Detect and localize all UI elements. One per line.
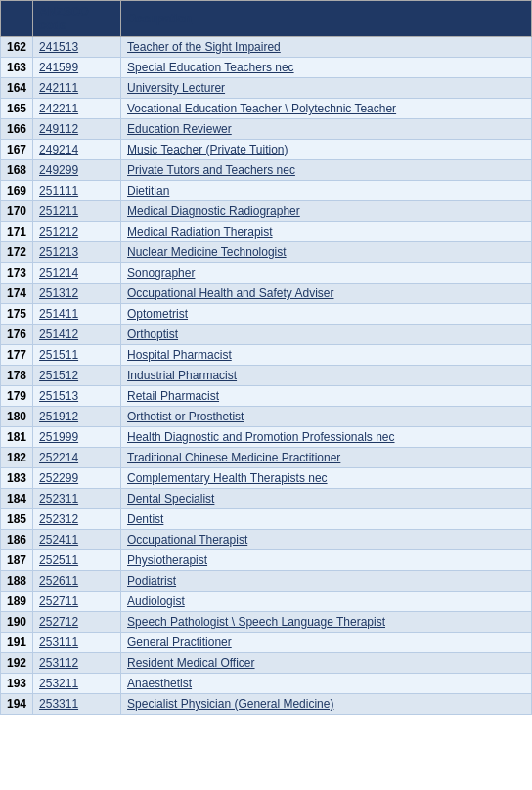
anzsco-code[interactable]: 252711	[33, 592, 121, 612]
row-number: 163	[1, 58, 33, 78]
anzsco-code[interactable]: 253211	[33, 674, 121, 694]
row-number: 170	[1, 201, 33, 222]
table-row: 185252312Dentist	[1, 509, 532, 530]
anzsco-code[interactable]: 242111	[33, 78, 121, 99]
occupation-name[interactable]: Complementary Health Therapists nec	[121, 468, 532, 489]
anzsco-code[interactable]: 253111	[33, 633, 121, 653]
row-number: 191	[1, 633, 33, 653]
occupation-name[interactable]: Dental Specialist	[121, 489, 532, 509]
occupation-name[interactable]: Occupational Health and Safety Adviser	[121, 284, 532, 304]
anzsco-code[interactable]: 252214	[33, 448, 121, 468]
occupation-name[interactable]: Medical Radiation Therapist	[121, 222, 532, 242]
occupation-name[interactable]: Resident Medical Officer	[121, 653, 532, 674]
anzsco-code[interactable]: 252511	[33, 550, 121, 571]
occupation-name[interactable]: Health Diagnostic and Promotion Professi…	[121, 427, 532, 448]
occupation-name[interactable]: Optometrist	[121, 304, 532, 325]
table-row: 179251513Retail Pharmacist	[1, 386, 532, 407]
anzsco-code[interactable]: 251111	[33, 181, 121, 201]
table-row: 172251213Nuclear Medicine Technologist	[1, 242, 532, 263]
occupation-name[interactable]: Orthotist or Prosthetist	[121, 407, 532, 427]
header-anzsco[interactable]: ANZSCO code	[33, 1, 121, 37]
table-row: 193253211Anaesthetist	[1, 674, 532, 694]
row-number: 171	[1, 222, 33, 242]
anzsco-code[interactable]: 251213	[33, 242, 121, 263]
row-number: 190	[1, 612, 33, 633]
row-number: 192	[1, 653, 33, 674]
anzsco-code[interactable]: 253311	[33, 694, 121, 715]
occupation-name[interactable]: Traditional Chinese Medicine Practitione…	[121, 448, 532, 468]
occupation-name[interactable]: Medical Diagnostic Radiographer	[121, 201, 532, 222]
row-number: 194	[1, 694, 33, 715]
occupation-name[interactable]: Education Reviewer	[121, 119, 532, 140]
anzsco-code[interactable]: 241513	[33, 37, 121, 58]
anzsco-code[interactable]: 251412	[33, 325, 121, 345]
row-number: 169	[1, 181, 33, 201]
table-row: 184252311Dental Specialist	[1, 489, 532, 509]
occupation-name[interactable]: Dentist	[121, 509, 532, 530]
anzsco-code[interactable]: 252712	[33, 612, 121, 633]
occupation-name[interactable]: Teacher of the Sight Impaired	[121, 37, 532, 58]
row-number: 162	[1, 37, 33, 58]
occupation-name[interactable]: Nuclear Medicine Technologist	[121, 242, 532, 263]
row-number: 189	[1, 592, 33, 612]
row-number: 187	[1, 550, 33, 571]
table-row: 191253111General Practitioner	[1, 633, 532, 653]
row-number: 165	[1, 99, 33, 119]
header-occupation[interactable]: Occupation	[121, 1, 532, 37]
anzsco-code[interactable]: 251214	[33, 263, 121, 284]
anzsco-code[interactable]: 252299	[33, 468, 121, 489]
row-number: 164	[1, 78, 33, 99]
anzsco-code[interactable]: 252411	[33, 530, 121, 550]
anzsco-code[interactable]: 251999	[33, 427, 121, 448]
occupation-name[interactable]: Specialist Physician (General Medicine)	[121, 694, 532, 715]
row-number: 168	[1, 160, 33, 181]
table-row: 174251312Occupational Health and Safety …	[1, 284, 532, 304]
table-row: 175251411Optometrist	[1, 304, 532, 325]
anzsco-code[interactable]: 251511	[33, 345, 121, 366]
anzsco-code[interactable]: 252611	[33, 571, 121, 592]
occupation-name[interactable]: Speech Pathologist \ Speech Language The…	[121, 612, 532, 633]
occupation-name[interactable]: Audiologist	[121, 592, 532, 612]
row-number: 177	[1, 345, 33, 366]
row-number: 166	[1, 119, 33, 140]
anzsco-code[interactable]: 251212	[33, 222, 121, 242]
anzsco-code[interactable]: 251411	[33, 304, 121, 325]
occupation-name[interactable]: Occupational Therapist	[121, 530, 532, 550]
occupation-name[interactable]: Anaesthetist	[121, 674, 532, 694]
anzsco-code[interactable]: 252311	[33, 489, 121, 509]
anzsco-code[interactable]: 251512	[33, 366, 121, 386]
occupation-name[interactable]: Music Teacher (Private Tuition)	[121, 140, 532, 160]
occupation-name[interactable]: Industrial Pharmacist	[121, 366, 532, 386]
occupation-name[interactable]: Podiatrist	[121, 571, 532, 592]
table-row: 194253311Specialist Physician (General M…	[1, 694, 532, 715]
anzsco-code[interactable]: 249112	[33, 119, 121, 140]
anzsco-code[interactable]: 251312	[33, 284, 121, 304]
row-number: 188	[1, 571, 33, 592]
anzsco-code[interactable]: 253112	[33, 653, 121, 674]
table-row: 181251999Health Diagnostic and Promotion…	[1, 427, 532, 448]
anzsco-code[interactable]: 249299	[33, 160, 121, 181]
anzsco-code[interactable]: 249214	[33, 140, 121, 160]
occupation-name[interactable]: Special Education Teachers nec	[121, 58, 532, 78]
anzsco-code[interactable]: 251912	[33, 407, 121, 427]
occupation-name[interactable]: Vocational Education Teacher \ Polytechn…	[121, 99, 532, 119]
occupation-name[interactable]: General Practitioner	[121, 633, 532, 653]
anzsco-code[interactable]: 252312	[33, 509, 121, 530]
occupation-name[interactable]: University Lecturer	[121, 78, 532, 99]
occupation-name[interactable]: Retail Pharmacist	[121, 386, 532, 407]
anzsco-code[interactable]: 242211	[33, 99, 121, 119]
anzsco-code[interactable]: 251513	[33, 386, 121, 407]
row-number: 167	[1, 140, 33, 160]
row-number: 178	[1, 366, 33, 386]
occupation-name[interactable]: Physiotherapist	[121, 550, 532, 571]
table-row: 162241513Teacher of the Sight Impaired	[1, 37, 532, 58]
anzsco-code[interactable]: 241599	[33, 58, 121, 78]
occupation-name[interactable]: Private Tutors and Teachers nec	[121, 160, 532, 181]
occupation-name[interactable]: Orthoptist	[121, 325, 532, 345]
occupation-name[interactable]: Sonographer	[121, 263, 532, 284]
anzsco-code[interactable]: 251211	[33, 201, 121, 222]
occupation-name[interactable]: Hospital Pharmacist	[121, 345, 532, 366]
row-number: 172	[1, 242, 33, 263]
occupation-name[interactable]: Dietitian	[121, 181, 532, 201]
table-row: 177251511Hospital Pharmacist	[1, 345, 532, 366]
